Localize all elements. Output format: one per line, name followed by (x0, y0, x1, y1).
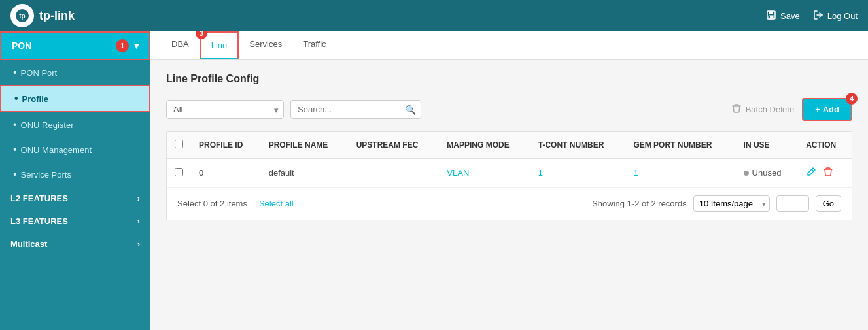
items-per-page-select[interactable]: 10 Items/page (693, 195, 770, 212)
tab-services[interactable]: Services (239, 31, 292, 59)
logout-label: Log Out (827, 11, 858, 21)
sidebar-group-l3[interactable]: L3 FEATURES › (0, 210, 150, 233)
header-tcont-number: T-CONT NUMBER (530, 132, 626, 159)
pon-label: PON (12, 41, 31, 51)
select-all-checkbox[interactable] (175, 140, 183, 148)
select-count: Select 0 of 2 items (177, 199, 247, 208)
navbar: tp tp-link Save (0, 0, 868, 31)
header-mapping-mode: MAPPING MODE (439, 132, 530, 159)
pon-badge: 1 (116, 39, 129, 52)
footer-right: Showing 1-2 of 2 records 10 Items/page ▾… (592, 195, 841, 212)
sidebar-item-service-ports[interactable]: • Service Ports (0, 162, 150, 187)
sidebar-item-onu-register[interactable]: • ONU Register (0, 112, 150, 137)
header-upstream-fec: UPSTREAM FEC (349, 132, 440, 159)
row-checkbox-col (167, 159, 191, 188)
header-profile-id: PROFILE ID (191, 132, 261, 159)
sidebar-group-l2[interactable]: L2 FEATURES › (0, 187, 150, 210)
row-in-use: Unused (736, 159, 799, 188)
save-button[interactable]: Save (766, 10, 800, 22)
layout: PON 1 ▾ • PON Port • Profile • ONU Regis… (0, 31, 868, 330)
tab-bar: DBA 3 Line Services Traffic (150, 31, 868, 60)
table-header: PROFILE ID PROFILE NAME UPSTREAM FEC MAP… (167, 132, 852, 159)
page-content: Line Profile Config All ▾ 🔍 (150, 60, 868, 233)
tab-dba[interactable]: DBA (161, 31, 200, 59)
header-checkbox-col (167, 132, 191, 159)
tab-line-label: Line (211, 41, 228, 50)
row-profile-id: 0 (191, 159, 261, 188)
row-profile-name: default (261, 159, 349, 188)
header-profile-name: PROFILE NAME (261, 132, 349, 159)
add-btn-wrapper: + Add 4 (802, 98, 852, 121)
l2-chevron-icon: › (137, 193, 140, 203)
page-input[interactable] (776, 195, 809, 212)
row-gem-port-number: 1 (625, 159, 735, 188)
status-dot-icon (744, 171, 749, 176)
sidebar-item-onu-management[interactable]: • ONU Management (0, 137, 150, 162)
logo-icon: tp (10, 4, 34, 27)
showing-label: Showing 1-2 of 2 records (592, 199, 687, 208)
sidebar-item-pon-port[interactable]: • PON Port (0, 60, 150, 85)
dot-icon: • (13, 119, 17, 131)
toolbar-right: Batch Delete + Add 4 (731, 98, 852, 121)
tab-dba-label: DBA (171, 39, 189, 49)
footer-left: Select 0 of 2 items Select all (177, 199, 294, 208)
svg-rect-5 (770, 16, 773, 18)
search-wrapper: 🔍 (290, 100, 421, 119)
tab-traffic-label: Traffic (303, 39, 326, 49)
l3-features-label: L3 FEATURES (10, 216, 68, 226)
go-button[interactable]: Go (816, 195, 841, 212)
table-footer: Select 0 of 2 items Select all Showing 1… (167, 188, 852, 220)
logo: tp tp-link (10, 4, 75, 27)
edit-button[interactable] (806, 167, 816, 179)
header-action: ACTION (798, 132, 852, 159)
service-ports-label: Service Ports (21, 170, 71, 180)
toolbar: All ▾ 🔍 (166, 98, 852, 121)
tab-services-label: Services (249, 39, 282, 49)
filter-select[interactable]: All (166, 100, 284, 119)
pon-port-label: PON Port (21, 68, 58, 78)
action-buttons (806, 167, 844, 179)
status-unused: Unused (744, 168, 782, 178)
row-mapping-mode: VLAN (439, 159, 530, 188)
header-gem-port-number: GEM PORT NUMBER (625, 132, 735, 159)
dot-icon: • (13, 144, 17, 156)
plus-icon: + (815, 105, 820, 114)
logout-button[interactable]: Log Out (813, 10, 858, 22)
search-icon: 🔍 (405, 105, 416, 115)
add-button[interactable]: + Add (802, 98, 852, 121)
navbar-actions: Save Log Out (766, 10, 858, 22)
batch-delete-button[interactable]: Batch Delete (731, 103, 794, 116)
svg-rect-3 (769, 11, 773, 14)
pon-section-header[interactable]: PON 1 ▾ (0, 31, 150, 60)
select-all-link[interactable]: Select all (259, 199, 294, 208)
page-title: Line Profile Config (166, 73, 852, 85)
logout-icon (813, 10, 824, 22)
status-unused-label: Unused (752, 168, 782, 178)
l3-chevron-icon: › (137, 216, 140, 226)
sidebar-item-profile[interactable]: • Profile (0, 85, 150, 112)
save-icon (766, 10, 776, 22)
table-row: 0 default VLAN 1 1 Unused (167, 159, 852, 188)
onu-register-label: ONU Register (21, 120, 74, 130)
multicast-chevron-icon: › (137, 239, 140, 249)
search-input[interactable] (290, 100, 421, 119)
profile-table: PROFILE ID PROFILE NAME UPSTREAM FEC MAP… (167, 132, 852, 188)
pon-chevron-icon: ▾ (134, 41, 139, 51)
batch-delete-label: Batch Delete (746, 105, 794, 114)
delete-button[interactable] (823, 167, 833, 179)
header-in-use: IN USE (736, 132, 799, 159)
toolbar-left: All ▾ 🔍 (166, 100, 421, 119)
svg-text:tp: tp (19, 12, 25, 20)
tab-traffic[interactable]: Traffic (292, 31, 336, 59)
profile-label: Profile (22, 94, 48, 104)
row-actions (798, 159, 852, 188)
table-container: PROFILE ID PROFILE NAME UPSTREAM FEC MAP… (166, 131, 852, 220)
sidebar-group-multicast[interactable]: Multicast › (0, 233, 150, 256)
add-label: Add (823, 105, 839, 114)
onu-management-label: ONU Management (21, 145, 92, 155)
tab-line[interactable]: 3 Line (200, 31, 239, 59)
table-body: 0 default VLAN 1 1 Unused (167, 159, 852, 188)
row-checkbox[interactable] (175, 168, 183, 176)
dot-icon: • (13, 169, 17, 180)
sidebar: PON 1 ▾ • PON Port • Profile • ONU Regis… (0, 31, 150, 330)
